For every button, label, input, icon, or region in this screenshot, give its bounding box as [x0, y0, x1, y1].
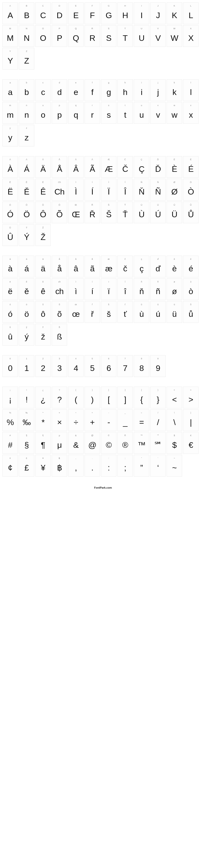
glyph-cell: òò [183, 278, 199, 300]
glyph-cell: êê [35, 278, 51, 300]
glyph-cell: îî [117, 278, 133, 300]
glyph-cell: tt [117, 102, 133, 124]
glyph-cell: chch [52, 278, 67, 300]
glyph-label: § [26, 434, 27, 437]
glyph-display: | [190, 414, 192, 430]
glyph-cell: uu [134, 102, 149, 124]
glyph-display: 5 [90, 360, 95, 376]
glyph-label: É [190, 158, 192, 161]
glyph-display: ) [91, 392, 94, 407]
glyph-label: ñ [157, 280, 159, 283]
glyph-display: á [24, 261, 29, 276]
glyph-cell: %% [2, 409, 18, 431]
glyph-display: F [90, 7, 95, 23]
glyph-label: A [9, 4, 11, 7]
glyph-label: k [174, 81, 175, 84]
glyph-label: , [76, 457, 76, 460]
glyph-label: Ì [76, 181, 76, 184]
glyph-display: ř [91, 306, 94, 322]
glyph-cell: PP [52, 25, 67, 47]
glyph-display: s [107, 107, 111, 123]
glyph-cell: ââ [68, 256, 83, 277]
glyph-label: ™ [141, 434, 143, 437]
glyph-display: z [25, 130, 29, 145]
glyph-display: Ď [155, 161, 161, 177]
glyph-cell: ÁÁ [19, 156, 34, 178]
glyph-display: Ä [40, 161, 46, 177]
glyph-cell: WW [167, 25, 182, 47]
glyph-label: 8 [141, 357, 142, 360]
glyph-display: ¿ [41, 392, 45, 407]
glyph-label: Š [108, 203, 109, 207]
glyph-cell: čč [117, 256, 133, 277]
glyph-label: 5 [92, 357, 93, 360]
glyph-label: Ý [26, 226, 27, 229]
glyph-label: 6 [108, 357, 109, 360]
glyph-cell: :: [101, 455, 116, 476]
glyph-cell: 66 [101, 355, 116, 377]
glyph-cell: œœ [68, 301, 83, 323]
glyph-display: G [106, 7, 111, 23]
glyph-label: č [125, 257, 126, 261]
glyph-cell: ìì [68, 278, 83, 300]
glyph-label: C [42, 4, 44, 7]
glyph-label: 0 [9, 357, 11, 360]
glyph-display: £ [24, 460, 29, 475]
glyph-label: Æ [108, 158, 110, 161]
glyph-cell: DD [52, 2, 67, 24]
glyph-display: = [139, 414, 144, 430]
glyph-cell: GG [101, 2, 116, 24]
glyph-display: ¡ [9, 392, 11, 407]
glyph-display: u [139, 107, 144, 123]
glyph-cell: ++ [84, 409, 100, 431]
glyph-cell: ĚĚ [19, 179, 34, 200]
glyph-cell: áá [19, 256, 34, 277]
glyph-display: Ã [90, 161, 95, 177]
glyph-cell: mm [2, 102, 18, 124]
glyph-group-uppercase: AABBCCDDEEFFGGHHIIJJKKLLMMNNOOPPQQRRSSTT… [2, 2, 204, 70]
glyph-cell: SS [101, 25, 116, 47]
glyph-cell: oo [35, 102, 51, 124]
glyph-display: Ó [7, 207, 13, 222]
glyph-display: æ [105, 261, 112, 276]
glyph-label: ž [42, 326, 44, 329]
glyph-cell: ÅÅ [52, 156, 67, 178]
glyph-label: Í [92, 181, 93, 184]
glyph-cell: II [134, 2, 149, 24]
glyph-display: i [141, 84, 142, 100]
glyph-cell: ÚÚ [150, 202, 166, 223]
glyph-display: ñ [156, 283, 160, 299]
glyph-cell: cc [35, 79, 51, 101]
glyph-cell: ÎÎ [117, 179, 133, 200]
glyph-cell: JJ [150, 2, 166, 24]
glyph-display: û [8, 329, 12, 344]
glyph-display: [ [108, 392, 110, 407]
glyph-cell: ww [167, 102, 182, 124]
glyph-cell: \\ [167, 409, 182, 431]
glyph-label: H [124, 4, 126, 7]
glyph-display: ¥ [41, 460, 45, 475]
glyph-display: É [188, 161, 194, 177]
glyph-cell: MM [2, 25, 18, 47]
glyph-cell: ýý [19, 324, 34, 346]
glyph-display: 3 [57, 360, 62, 376]
glyph-display: ö [24, 306, 29, 322]
glyph-label: o [42, 104, 43, 107]
glyph-display: > [188, 392, 193, 407]
glyph-label: 9 [157, 357, 159, 360]
glyph-display: Æ [105, 161, 113, 177]
glyph-cell: øø [167, 278, 182, 300]
glyph-label: £ [26, 457, 27, 460]
glyph-cell: hh [117, 79, 133, 101]
glyph-label: B [26, 4, 27, 7]
glyph-display: . [91, 460, 93, 475]
glyph-cell: nn [19, 102, 34, 124]
glyph-display: 2 [41, 360, 45, 376]
glyph-display: ã [90, 261, 95, 276]
glyph-display: O [40, 30, 46, 46]
glyph-label: š [108, 303, 109, 306]
glyph-display: ? [57, 392, 62, 407]
glyph-display: Ë [7, 184, 13, 199]
glyph-label: Ï [108, 181, 109, 184]
glyph-display: C [40, 7, 46, 23]
